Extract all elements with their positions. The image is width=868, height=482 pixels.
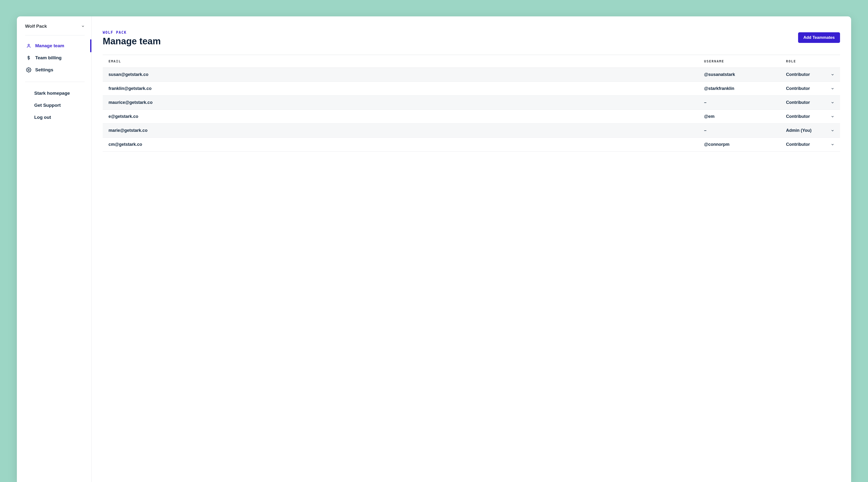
cell-email: franklin@getstark.co [108, 86, 704, 91]
gear-icon [26, 67, 31, 72]
chevron-down-icon [831, 73, 834, 76]
breadcrumb: WOLF PACK [103, 30, 840, 35]
cell-email: cm@getstark.co [108, 142, 704, 147]
dollar-icon [26, 55, 31, 61]
cell-email: susan@getstark.co [108, 72, 704, 77]
cell-email: e@getstark.co [108, 114, 704, 119]
chevron-down-icon [831, 101, 834, 104]
page-title: Manage team [103, 36, 840, 46]
role-dropdown[interactable]: Contributor [786, 100, 834, 105]
cell-username: @connorpm [704, 142, 786, 147]
col-role: ROLE [786, 59, 834, 63]
role-dropdown[interactable]: Admin (You) [786, 128, 834, 133]
team-name: Wolf Pack [25, 24, 47, 29]
nav-team-billing[interactable]: Team billing [25, 52, 85, 64]
cell-role: Contributor [786, 86, 810, 91]
link-stark-homepage[interactable]: Stark homepage [25, 87, 85, 99]
col-username: USERNAME [704, 59, 786, 63]
cell-email: maurice@getstark.co [108, 100, 704, 105]
primary-nav: Manage team Team billing Settings [25, 35, 85, 80]
table-row: e@getstark.co @em Contributor [103, 109, 840, 123]
chevron-down-icon [831, 115, 834, 118]
table-header: EMAIL USERNAME ROLE [103, 55, 840, 67]
chevron-down-icon [831, 87, 834, 90]
team-switcher[interactable]: Wolf Pack [25, 24, 85, 35]
link-label: Stark homepage [34, 91, 70, 96]
nav-manage-team[interactable]: Manage team [25, 40, 85, 52]
role-dropdown[interactable]: Contributor [786, 114, 834, 119]
cell-username: @em [704, 114, 786, 119]
cell-role: Contributor [786, 142, 810, 147]
cell-role: Contributor [786, 100, 810, 105]
cell-username: @susanatstark [704, 72, 786, 77]
link-label: Log out [34, 115, 51, 120]
table-row: franklin@getstark.co @starkfranklin Cont… [103, 82, 840, 95]
cell-role: Contributor [786, 72, 810, 77]
link-log-out[interactable]: Log out [25, 111, 85, 123]
main-content: WOLF PACK Manage team Add Teammates EMAI… [92, 17, 851, 482]
sidebar: Wolf Pack Manage team Team billing [17, 17, 92, 482]
cell-username: @starkfranklin [704, 86, 786, 91]
svg-point-2 [28, 69, 29, 71]
table-row: cm@getstark.co @connorpm Contributor [103, 137, 840, 152]
person-icon [26, 43, 31, 49]
cell-role: Contributor [786, 114, 810, 119]
nav-label: Team billing [35, 55, 61, 61]
chevron-down-icon [831, 129, 834, 132]
nav-settings[interactable]: Settings [25, 64, 85, 76]
role-dropdown[interactable]: Contributor [786, 72, 834, 77]
table-row: susan@getstark.co @susanatstark Contribu… [103, 67, 840, 82]
col-email: EMAIL [108, 59, 704, 63]
link-label: Get Support [34, 103, 61, 108]
cell-username: – [704, 100, 786, 105]
chevron-down-icon [831, 143, 834, 146]
nav-label: Manage team [35, 43, 64, 49]
role-dropdown[interactable]: Contributor [786, 142, 834, 147]
app-card: Wolf Pack Manage team Team billing [17, 17, 851, 482]
team-table: EMAIL USERNAME ROLE susan@getstark.co @s… [103, 55, 840, 152]
secondary-nav: Stark homepage Get Support Log out [25, 83, 85, 128]
table-row: maurice@getstark.co – Contributor [103, 95, 840, 109]
role-dropdown[interactable]: Contributor [786, 86, 834, 91]
svg-point-0 [28, 44, 29, 45]
nav-label: Settings [35, 67, 53, 72]
add-teammates-button[interactable]: Add Teammates [798, 32, 840, 43]
cell-username: – [704, 128, 786, 133]
chevron-down-icon [81, 25, 85, 28]
cell-role: Admin (You) [786, 128, 812, 133]
link-get-support[interactable]: Get Support [25, 99, 85, 111]
table-row: marie@getstark.co – Admin (You) [103, 123, 840, 137]
cell-email: marie@getstark.co [108, 128, 704, 133]
